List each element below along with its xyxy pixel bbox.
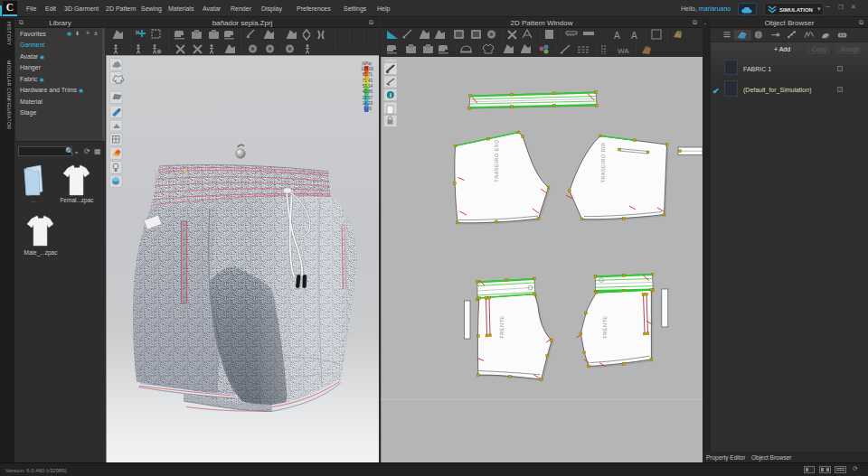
svg-text:14.29: 14.29 xyxy=(363,101,373,106)
svg-text:28.57: 28.57 xyxy=(363,96,373,100)
svg-text:TRASEIRO ESQ: TRASEIRO ESQ xyxy=(494,139,499,182)
svg-text:Male_...zpac: Male_...zpac xyxy=(24,249,59,257)
svg-text:42.86: 42.86 xyxy=(363,89,373,94)
svg-text:A: A xyxy=(614,31,620,41)
svg-text:A: A xyxy=(631,31,637,41)
svg-text:0.00: 0.00 xyxy=(363,107,372,111)
svg-text:(kPa): (kPa) xyxy=(362,61,372,66)
svg-text:85.71: 85.71 xyxy=(363,72,373,77)
svg-text:57.14: 57.14 xyxy=(363,84,373,89)
svg-text:TRASEIRO DIR: TRASEIRO DIR xyxy=(600,142,606,182)
svg-text:100.00: 100.00 xyxy=(361,67,373,71)
svg-text:...: ... xyxy=(31,198,35,203)
svg-text:71.43: 71.43 xyxy=(363,79,373,83)
svg-text:Femal...zpac: Femal...zpac xyxy=(60,197,94,204)
svg-text:WA: WA xyxy=(618,47,629,55)
svg-text:FRENTE: FRENTE xyxy=(602,316,608,339)
svg-text:FRENTE: FRENTE xyxy=(499,316,505,339)
svg-text:i: i xyxy=(390,92,392,98)
